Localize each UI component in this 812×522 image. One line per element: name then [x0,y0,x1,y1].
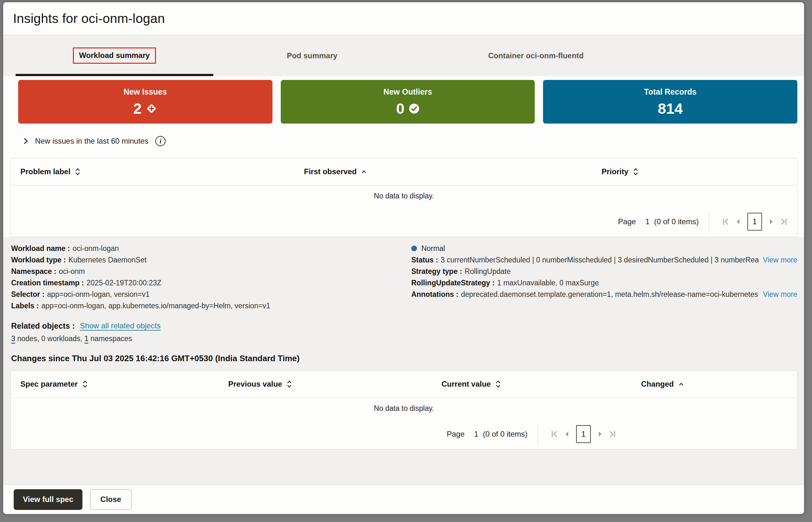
detail-label: Selector : [11,290,45,299]
detail-row-selector: Selector : app=oci-onm-logan, version=v1 [11,288,411,300]
detail-value: app=oci-onm-logan, app.kubernetes.io/man… [41,302,270,310]
card-value: 814 [658,101,683,116]
namespaces-count-link[interactable]: 1 [84,335,88,343]
page-label: Page [618,217,636,226]
chevron-right-icon [22,138,29,145]
column-header-spec-parameter[interactable]: Spec parameter [11,380,228,388]
related-objects-label: Related objects : [11,321,75,330]
show-all-related-link[interactable]: Show all related objects [80,321,161,330]
detail-value: oci-onm-logan [72,244,119,253]
status-text: Normal [421,244,445,253]
detail-row-namespace: Namespace : oci-onm [11,266,411,277]
detail-value: oci-onm [59,267,85,276]
next-page-button[interactable] [765,215,777,228]
issues-toggle[interactable]: New issues in the last 60 minutes i [22,135,804,148]
card-title: Total Records [644,87,696,97]
pagination: Page 1 (0 of 0 items) 1 [11,419,797,449]
prev-page-button[interactable] [732,215,745,228]
tab-label: Container oci-onm-fluentd [488,51,584,60]
column-header-problem-label[interactable]: Problem label [11,167,304,176]
detail-value: RollingUpdate [465,267,511,276]
annotation-highlight: Workload summary [73,47,155,64]
sort-both-icon[interactable] [287,380,292,388]
insights-dialog: Insights for oci-onm-logan Workload summ… [3,2,804,514]
related-counts: 3 nodes, 0 workloads, 1 namespaces [11,333,804,344]
issues-toggle-label: New issues in the last 60 minutes [35,137,148,145]
related-objects: Related objects : Show all related objec… [11,320,804,332]
first-page-button[interactable] [720,215,732,228]
active-tab-underline [16,74,213,76]
detail-label: Strategy type : [411,267,462,276]
items-count: (0 of 0 items) [654,217,699,226]
detail-label: Labels : [11,302,39,310]
card-value: 0 [396,101,404,116]
detail-row-creation-timestamp: Creation timestamp : 2025-02-19T20:00:23… [11,277,411,288]
detail-value: app=oci-onm-logan, version=v1 [47,290,150,299]
tab-pod-summary[interactable]: Pod summary [213,35,411,76]
column-header-changed[interactable]: Changed [641,380,797,388]
detail-label: Workload type : [11,256,66,264]
detail-value: 1 maxUnavailable, 0 maxSurge [497,279,599,287]
tab-container-oci-onm-fluentd[interactable]: Container oci-onm-fluentd [411,35,661,76]
issues-table: Problem label First observed Priority [11,158,797,237]
changes-table: Spec parameter Previous value Current va… [11,370,797,449]
pagination: Page 1 (0 of 0 items) 1 [11,207,797,237]
close-button[interactable]: Close [90,489,131,510]
page-number: 1 [474,430,478,439]
error-diamond-icon [146,103,157,114]
summary-section: New Issues 2 New Outliers [3,76,804,237]
sort-both-icon[interactable] [633,167,638,176]
info-icon[interactable]: i [155,136,166,146]
detail-label: Creation timestamp : [11,279,84,287]
column-header-previous-value[interactable]: Previous value [228,380,441,388]
dialog-header: Insights for oci-onm-logan [3,2,804,35]
view-full-spec-button[interactable]: View full spec [14,489,82,510]
page-title: Insights for oci-onm-logan [13,11,165,26]
detail-row-rollingupdatestrategy: RollingUpdateStrategy : 1 maxUnavailable… [411,277,797,288]
current-page-box[interactable]: 1 [576,425,591,443]
prev-page-button[interactable] [561,428,574,440]
sort-both-icon[interactable] [496,380,501,388]
view-more-link[interactable]: View more [758,256,797,264]
cards-row: New Issues 2 New Outliers [18,80,797,124]
nodes-count-link[interactable]: 3 [11,335,15,343]
pagination-divider [538,423,538,445]
detail-row-workload-type: Workload type : Kubernetes DaemonSet [11,254,411,266]
status-indicator: Normal [411,243,797,254]
status-dot [411,245,417,251]
card-new-issues: New Issues 2 [18,80,272,124]
sort-both-icon[interactable] [82,380,87,388]
tab-workload-summary[interactable]: Workload summary [16,35,213,76]
detail-value: 2025-02-19T20:00:23Z [87,279,161,287]
sort-asc-icon[interactable] [679,382,684,386]
sort-both-icon[interactable] [75,167,80,176]
counts-text: namespaces [88,335,132,343]
detail-label: Workload name : [11,244,70,253]
modal-backdrop: Insights for oci-onm-logan Workload summ… [0,0,812,522]
sort-asc-icon[interactable] [361,170,367,174]
detail-value: deprecated.daemonset.template.generation… [461,290,758,299]
detail-value: 3 currentNumberScheduled | 0 numberMissc… [440,256,758,264]
column-header-first-observed[interactable]: First observed [304,167,602,176]
detail-row-status: Status : 3 currentNumberScheduled | 0 nu… [411,254,797,266]
column-header-current-value[interactable]: Current value [441,380,641,388]
next-page-button[interactable] [593,428,606,440]
detail-value: Kubernetes DaemonSet [68,256,147,264]
last-page-button[interactable] [606,428,619,440]
empty-message: No data to display. [374,192,434,200]
card-title: New Issues [124,87,167,97]
check-circle-icon [409,103,419,114]
column-header-priority[interactable]: Priority [602,167,797,176]
detail-row-workload-name: Workload name : oci-onm-logan [11,243,411,254]
first-page-button[interactable] [548,428,561,440]
detail-label: Annotations : [411,290,458,299]
view-more-link[interactable]: View more [758,290,797,299]
page-label: Page [447,430,465,439]
last-page-button[interactable] [777,215,790,228]
workload-details: Workload name : oci-onm-logan Workload t… [3,243,804,312]
tabstrip: Workload summary Pod summary Container o… [3,35,804,76]
card-total-records: Total Records 814 [543,80,797,124]
empty-message: No data to display. [374,404,434,413]
detail-label: Status : [411,256,438,264]
current-page-box[interactable]: 1 [747,213,762,230]
